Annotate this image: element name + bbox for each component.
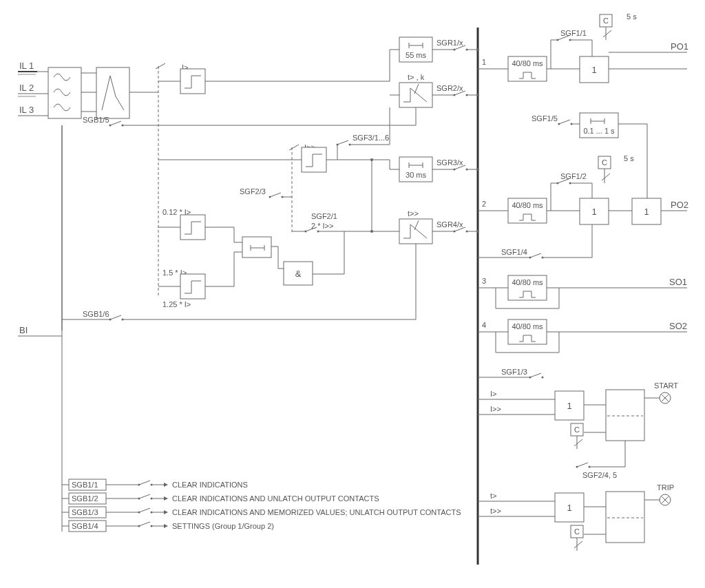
svg-text:t>>: t>> — [490, 507, 501, 515]
svg-text:SO2: SO2 — [669, 321, 687, 331]
channel-start: SGF1/3 I> I>> 1 START SGF2/4, 5 — [478, 368, 678, 479]
svg-text:SGR1/x: SGR1/x — [436, 39, 463, 47]
svg-text:5 s: 5 s — [627, 12, 637, 21]
svg-text:40/80 ms: 40/80 ms — [512, 322, 543, 330]
svg-text:SGB1/1: SGB1/1 — [72, 481, 98, 489]
svg-text:1: 1 — [567, 503, 571, 513]
svg-text:&: & — [295, 269, 302, 279]
svg-text:SO1: SO1 — [669, 277, 687, 287]
stage-Igt: I> 55 ms SGR1/x t> , k SGR2/x — [158, 37, 478, 125]
svg-text:PO1: PO1 — [671, 41, 688, 52]
il2: IL 2 — [19, 83, 34, 93]
svg-text:1.25 * I>: 1.25 * I> — [162, 300, 191, 308]
svg-rect-80 — [242, 237, 271, 258]
svg-text:SGR4/x: SGR4/x — [436, 220, 463, 229]
svg-text:SGF2/3: SGF2/3 — [240, 187, 266, 196]
svg-line-124 — [603, 30, 611, 37]
channel-po2: 2 40/80 ms SGF1/2 5 s 1 1 PO2 SGF1/4 — [478, 154, 688, 259]
svg-text:SGB1/6: SGB1/6 — [83, 310, 109, 318]
svg-rect-35 — [399, 83, 432, 107]
svg-text:1: 1 — [591, 65, 596, 75]
lamp-trip — [660, 494, 671, 505]
svg-text:TRIP: TRIP — [657, 483, 674, 492]
svg-line-48 — [289, 145, 299, 150]
svg-rect-20 — [96, 67, 129, 118]
channel-po1: 1 40/80 ms SGF1/1 5 s 1 PO1 — [478, 12, 688, 83]
svg-text:55 ms: 55 ms — [406, 51, 426, 59]
c-button-start[interactable] — [571, 423, 583, 436]
lamp-start — [660, 392, 671, 403]
svg-text:t> , k: t> , k — [408, 73, 425, 81]
svg-text:SGF1/5: SGF1/5 — [532, 114, 558, 123]
svg-line-23 — [156, 63, 165, 69]
svg-text:3: 3 — [482, 277, 486, 285]
svg-text:t>>: t>> — [408, 209, 419, 218]
svg-line-150 — [602, 174, 610, 180]
svg-text:SGF1/2: SGF1/2 — [560, 172, 587, 180]
svg-text:SGB1/2: SGB1/2 — [72, 494, 98, 503]
svg-text:I>>: I>> — [490, 405, 501, 413]
svg-point-244 — [476, 230, 479, 233]
svg-text:I>: I> — [490, 390, 496, 398]
svg-text:30 ms: 30 ms — [406, 171, 426, 179]
svg-text:1: 1 — [644, 207, 649, 217]
svg-text:SGR2/x: SGR2/x — [436, 84, 463, 92]
svg-text:SGR3/x: SGR3/x — [436, 158, 463, 167]
svg-line-214 — [574, 541, 582, 548]
svg-text:2: 2 — [482, 200, 486, 208]
svg-text:40/80 ms: 40/80 ms — [512, 278, 543, 286]
sgf15-delay: SGF1/5 0.1 ... 1 s — [478, 113, 647, 209]
svg-text:1: 1 — [567, 401, 571, 411]
c-button-po1[interactable] — [600, 14, 612, 27]
svg-text:START: START — [654, 381, 678, 390]
bi-input: BI SGB1/6 — [18, 125, 416, 336]
c-button-po2[interactable] — [598, 156, 611, 169]
svg-rect-69 — [399, 219, 432, 244]
svg-text:SGB1/3: SGB1/3 — [72, 508, 98, 516]
channel-trip: t> t>> 1 TRIP — [478, 483, 674, 551]
svg-text:SGF1/3: SGF1/3 — [501, 368, 527, 376]
svg-point-242 — [476, 94, 479, 96]
svg-text:SGF2/1: SGF2/1 — [311, 212, 337, 220]
channel-so1: 3 40/80 ms SO1 — [478, 275, 687, 308]
svg-text:SGF3/1...6: SGF3/1...6 — [352, 134, 389, 142]
svg-point-101 — [370, 158, 373, 161]
svg-text:0.1 ... 1 s: 0.1 ... 1 s — [583, 127, 615, 135]
svg-text:SGF1/4: SGF1/4 — [501, 248, 527, 256]
svg-text:2 * I>>: 2 * I>> — [311, 222, 333, 230]
svg-text:1: 1 — [482, 58, 486, 66]
svg-text:1: 1 — [591, 207, 596, 217]
svg-text:CLEAR INDICATIONS AND MEMORIZE: CLEAR INDICATIONS AND MEMORIZED VALUES; … — [172, 508, 461, 516]
svg-text:CLEAR INDICATIONS AND UNLATCH : CLEAR INDICATIONS AND UNLATCH OUTPUT CON… — [172, 494, 379, 503]
channel-so2: 4 40/80 ms SO2 — [478, 319, 687, 353]
svg-text:SGF2/4, 5: SGF2/4, 5 — [582, 471, 617, 479]
svg-text:5 s: 5 s — [624, 154, 634, 162]
c-button-trip[interactable] — [571, 525, 583, 538]
svg-text:40/80 ms: 40/80 ms — [512, 201, 543, 209]
svg-point-243 — [476, 168, 479, 171]
svg-text:SGB1/4: SGB1/4 — [72, 522, 98, 530]
svg-text:SGB1/5: SGB1/5 — [83, 116, 109, 124]
il3: IL 3 — [19, 105, 34, 115]
inputs-il: IL 1 IL 2 IL 3 — [18, 61, 158, 118]
svg-text:PO2: PO2 — [671, 200, 688, 210]
svg-line-196 — [574, 439, 582, 446]
block-diagram: C IL 1 IL 2 IL 3 I> 55 ms SGR1/x t> , k … — [0, 0, 705, 588]
svg-text:t>: t> — [490, 492, 496, 500]
svg-point-241 — [476, 48, 479, 51]
sgb-commands: SGB1/1 CLEAR INDICATIONS SGB1/2 CLEAR IN… — [62, 336, 461, 532]
svg-text:40/80 ms: 40/80 ms — [512, 59, 543, 67]
svg-rect-209 — [606, 492, 644, 543]
stage-Igtt: I>> SGF3/1...6 30 ms SGR3/x SGF2/3 t>> S… — [158, 107, 478, 308]
svg-text:SETTINGS (Group 1/Group 2): SETTINGS (Group 1/Group 2) — [172, 522, 274, 530]
svg-rect-191 — [606, 390, 644, 441]
il1: IL 1 — [19, 61, 34, 71]
svg-text:SGF1/1: SGF1/1 — [560, 29, 587, 37]
svg-text:4: 4 — [482, 321, 486, 329]
svg-text:CLEAR INDICATIONS: CLEAR INDICATIONS — [172, 481, 248, 489]
